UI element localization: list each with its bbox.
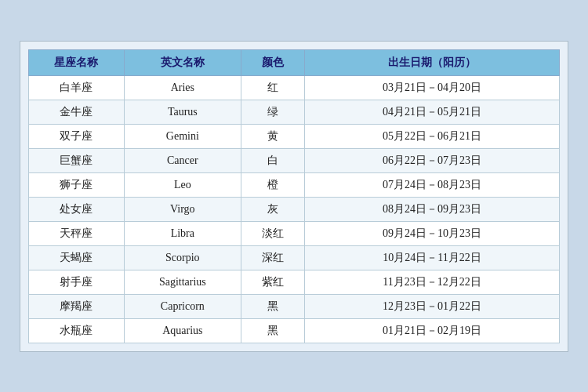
table-row: 白羊座Aries红03月21日－04月20日 [29, 75, 560, 100]
table-row: 射手座Sagittarius紫红11月23日－12月22日 [29, 270, 560, 294]
cell-date: 06月22日－07月23日 [305, 148, 560, 172]
cell-color: 绿 [241, 100, 304, 124]
cell-date: 10月24日－11月22日 [305, 245, 560, 270]
table-row: 水瓶座Aquarius黑01月21日－02月19日 [29, 318, 560, 343]
table-row: 天秤座Libra淡红09月24日－10月23日 [29, 221, 560, 245]
cell-chinese: 摩羯座 [29, 294, 125, 318]
cell-color: 黑 [241, 294, 304, 318]
main-container: 星座名称 英文名称 颜色 出生日期（阳历） 白羊座Aries红03月21日－04… [20, 41, 568, 352]
table-row: 巨蟹座Cancer白06月22日－07月23日 [29, 148, 560, 172]
cell-chinese: 狮子座 [29, 172, 125, 197]
cell-color: 红 [241, 75, 304, 100]
cell-english: Sagittarius [124, 270, 241, 294]
cell-english: Leo [124, 172, 241, 197]
header-date: 出生日期（阳历） [305, 49, 560, 75]
cell-date: 07月24日－08月23日 [305, 172, 560, 197]
cell-color: 黄 [241, 124, 304, 148]
cell-english: Gemini [124, 124, 241, 148]
cell-color: 紫红 [241, 270, 304, 294]
cell-color: 白 [241, 148, 304, 172]
header-color: 颜色 [241, 49, 304, 75]
table-row: 双子座Gemini黄05月22日－06月21日 [29, 124, 560, 148]
cell-date: 03月21日－04月20日 [305, 75, 560, 100]
cell-chinese: 白羊座 [29, 75, 125, 100]
table-row: 天蝎座Scorpio深红10月24日－11月22日 [29, 245, 560, 270]
table-row: 金牛座Taurus绿04月21日－05月21日 [29, 100, 560, 124]
table-header-row: 星座名称 英文名称 颜色 出生日期（阳历） [29, 49, 560, 75]
zodiac-table: 星座名称 英文名称 颜色 出生日期（阳历） 白羊座Aries红03月21日－04… [28, 49, 560, 343]
header-chinese: 星座名称 [29, 49, 125, 75]
cell-date: 09月24日－10月23日 [305, 221, 560, 245]
cell-english: Scorpio [124, 245, 241, 270]
cell-date: 04月21日－05月21日 [305, 100, 560, 124]
cell-english: Capricorn [124, 294, 241, 318]
cell-chinese: 双子座 [29, 124, 125, 148]
cell-date: 08月24日－09月23日 [305, 197, 560, 221]
cell-color: 黑 [241, 318, 304, 343]
cell-date: 05月22日－06月21日 [305, 124, 560, 148]
cell-chinese: 金牛座 [29, 100, 125, 124]
table-row: 摩羯座Capricorn黑12月23日－01月22日 [29, 294, 560, 318]
table-row: 处女座Virgo灰08月24日－09月23日 [29, 197, 560, 221]
cell-english: Taurus [124, 100, 241, 124]
cell-english: Virgo [124, 197, 241, 221]
cell-color: 橙 [241, 172, 304, 197]
cell-chinese: 巨蟹座 [29, 148, 125, 172]
cell-chinese: 处女座 [29, 197, 125, 221]
cell-english: Cancer [124, 148, 241, 172]
cell-english: Aquarius [124, 318, 241, 343]
cell-chinese: 天秤座 [29, 221, 125, 245]
cell-color: 深红 [241, 245, 304, 270]
cell-chinese: 水瓶座 [29, 318, 125, 343]
cell-english: Aries [124, 75, 241, 100]
cell-english: Libra [124, 221, 241, 245]
cell-chinese: 天蝎座 [29, 245, 125, 270]
cell-date: 11月23日－12月22日 [305, 270, 560, 294]
cell-chinese: 射手座 [29, 270, 125, 294]
table-row: 狮子座Leo橙07月24日－08月23日 [29, 172, 560, 197]
cell-color: 灰 [241, 197, 304, 221]
cell-date: 12月23日－01月22日 [305, 294, 560, 318]
header-english: 英文名称 [124, 49, 241, 75]
cell-color: 淡红 [241, 221, 304, 245]
cell-date: 01月21日－02月19日 [305, 318, 560, 343]
